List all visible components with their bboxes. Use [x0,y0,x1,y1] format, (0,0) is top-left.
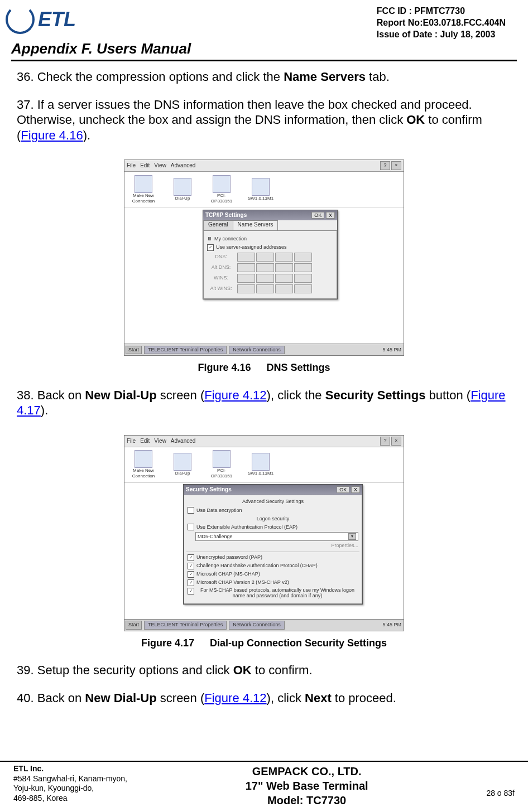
autologon-checkbox[interactable]: ✓ [188,588,194,594]
toolbar-pci[interactable]: PCI-OP838151 [207,175,236,204]
ip-cell[interactable] [294,274,312,283]
text: screen ( [157,691,205,705]
step-num: 36. [17,70,34,84]
l1: PCI- [217,193,226,198]
eap-combo[interactable]: MD5-Challenge▾ [195,532,358,541]
tcpip-settings-dialog: TCP/IP Settings OK X General Name Server… [203,210,338,299]
close-button[interactable]: X [351,486,360,493]
ip-cell[interactable] [294,263,312,272]
text: ), click the [267,388,325,402]
etl-logo: ETL [6,6,95,33]
help-icon[interactable]: ? [380,161,390,170]
mschap2-checkbox[interactable]: ✓ [188,579,194,586]
menu-advanced[interactable]: Advanced [171,162,195,170]
fig-title: DNS Settings [267,362,330,373]
bold: New Dial-Up [85,691,156,705]
issue-date: Issue of Date : July 18, 2003 [377,29,506,41]
ip-cell[interactable] [237,253,255,262]
tab-general[interactable]: General [203,220,233,230]
ip-cell[interactable] [275,253,293,262]
label: Dial-Up [175,196,190,201]
ip-cell[interactable] [256,274,274,283]
mschap-label: Microsoft CHAP (MS-CHAP) [196,571,260,577]
toolbar-make-new[interactable]: Make New Connection [129,450,158,479]
ip-cell[interactable] [294,253,312,262]
step-num: 40. [17,691,34,705]
toolbar-sw[interactable]: SW1.0.13M1 [246,178,275,201]
label: Make New Connection [129,193,158,204]
taskbar-item[interactable]: TELECLIENT Terminal Properties [144,621,227,629]
center-line: Model: TC7730 [127,793,487,808]
properties-button[interactable]: Properties... [331,543,358,549]
menu-file[interactable]: File [127,162,136,170]
ip-cell[interactable] [256,284,274,293]
ip-cell[interactable] [237,263,255,272]
ip-cell[interactable] [275,263,293,272]
figure-link[interactable]: Figure 4.16 [21,128,83,142]
toolbar-dialup[interactable]: Dial-Up [168,453,197,476]
start-button[interactable]: Start [126,346,142,354]
close-button[interactable]: X [326,212,335,219]
menu-advanced[interactable]: Advanced [171,438,195,445]
eap-label: Use Extensible Authentication Protocol (… [196,524,297,530]
mschap2-label: Microsoft CHAP Version 2 (MS-CHAP v2) [196,579,289,586]
menu-file[interactable]: File [127,438,136,445]
toolbar-pci[interactable]: PCI-OP838151 [207,450,236,479]
menu-edit[interactable]: Edit [140,438,150,445]
step-37: 37. If a server issues the DNS informati… [17,97,511,143]
bold: Name Servers [284,70,366,84]
ip-cell[interactable] [237,284,255,293]
toolbar-dialup[interactable]: Dial-Up [168,178,197,201]
chap-checkbox[interactable]: ✓ [188,563,194,569]
label: Make New Connection [129,468,158,479]
ip-cell[interactable] [294,284,312,293]
ok-button[interactable]: OK [337,486,349,493]
ip-cell[interactable] [256,253,274,262]
figure-4-17-caption: Figure 4.17Dial-up Connection Security S… [17,637,511,650]
mschap-checkbox[interactable]: ✓ [188,571,194,578]
adapter-icon [213,175,231,193]
start-button[interactable]: Start [126,621,142,629]
bold: OK [233,663,252,677]
ip-cell[interactable] [237,274,255,283]
step-num: 39. [17,663,34,677]
use-server-addresses-row: ✓ Use server-assigned addresses [207,244,333,251]
footer-center: GEMPACK CO., LTD. 17" Web Base Terminal … [127,764,487,808]
company-name: ETL Inc. [13,764,127,774]
use-server-checkbox[interactable]: ✓ [207,244,214,251]
body-content: 36. Check the compression options and cl… [0,69,528,705]
ip-cell[interactable] [256,263,274,272]
bold: New Dial-Up [85,388,156,402]
eap-checkbox[interactable] [188,524,194,530]
toolbar-make-new[interactable]: Make New Connection [129,175,158,204]
ip-cell[interactable] [275,274,293,283]
close-icon[interactable]: × [391,161,401,170]
altwins-label: Alt WINS: [207,286,235,292]
pap-checkbox[interactable]: ✓ [188,554,194,561]
dns-row: DNS: [207,253,333,262]
label: Dial-Up [175,471,190,476]
menu-view[interactable]: View [154,162,166,170]
wins-row: WINS: [207,274,333,283]
help-icon[interactable]: ? [380,437,390,446]
dialog-tabs: General Name Servers [203,220,337,230]
adapter-icon [252,453,270,471]
taskbar-item[interactable]: TELECLIENT Terminal Properties [144,346,227,354]
clock: 5:45 PM [382,347,401,353]
dialog-body: Advanced Security Settings Use Data encr… [184,495,362,605]
figure-link[interactable]: Figure 4.12 [204,388,266,402]
menu-edit[interactable]: Edit [140,162,150,170]
taskbar-item[interactable]: Network Connections [229,621,285,629]
data-encryption-checkbox[interactable] [188,507,194,514]
close-icon[interactable]: × [391,437,401,446]
taskbar-item[interactable]: Network Connections [229,346,285,354]
ok-button[interactable]: OK [311,212,324,219]
page-footer: ETL Inc. #584 Sangwhal-ri, Kanam-myon, Y… [0,761,528,808]
step-num: 37. [17,98,34,112]
toolbar-sw[interactable]: SW1.0.13M1 [246,453,275,476]
tab-name-servers[interactable]: Name Servers [233,220,279,230]
text: ). [41,403,48,417]
menu-view[interactable]: View [154,438,166,445]
figure-link[interactable]: Figure 4.12 [204,691,266,705]
ip-cell[interactable] [275,284,293,293]
